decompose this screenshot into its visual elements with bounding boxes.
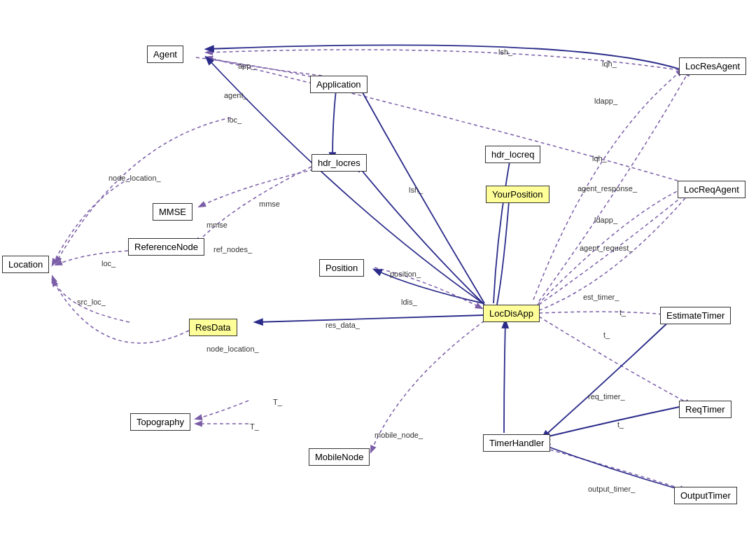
edge-label-ldapp1: ldapp_ [594, 97, 617, 105]
node-yourposition: YourPosition [486, 186, 550, 203]
diagram-container: Agent Application hdr_locres MMSE Refere… [0, 0, 756, 533]
edge-label-ref-nodes: ref_nodes_ [214, 245, 252, 254]
node-mmse: MMSE [153, 203, 192, 221]
node-locresagent: LocResAgent [679, 57, 746, 75]
edge-label-mmse1: mmse [259, 200, 280, 208]
edge-label-res-data: res_data_ [326, 321, 360, 329]
node-reqtimer: ReqTimer [679, 401, 732, 418]
node-locdisapp: LocDisApp [483, 305, 540, 322]
node-agent: Agent [147, 46, 183, 63]
edge-label-t3: t_ [617, 420, 624, 429]
node-mobilenode: MobileNode [309, 448, 370, 466]
node-hdr-locres: hdr_locres [312, 154, 367, 172]
node-referencenode: ReferenceNode [128, 238, 204, 256]
edge-label-ldis: ldis_ [401, 298, 417, 306]
edge-label-req-timer: req_timer_ [588, 392, 625, 401]
edge-label-position: position_ [390, 270, 421, 278]
edge-label-output-timer: output_timer_ [588, 485, 635, 493]
edge-label-ldapp2: ldapp_ [594, 216, 617, 224]
edge-label-T1: T_ [273, 398, 282, 406]
edge-label-app: app_ [238, 62, 255, 70]
edge-label-mobile-node: mobile_node_ [374, 431, 423, 439]
node-position: Position [319, 259, 364, 277]
node-location: Location [2, 256, 49, 273]
edge-label-src-loc: src_loc_ [77, 298, 106, 306]
node-topography: Topography [130, 413, 190, 431]
node-estimatetimer: EstimateTimer [660, 307, 731, 324]
node-locreqagent: LocReqAgent [678, 181, 746, 198]
edge-label-est-timer: est_timer_ [583, 293, 619, 301]
edge-label-node-location: node_location_ [108, 174, 161, 182]
edge-label-agent-request: agent_request_ [580, 244, 633, 252]
edge-label-lqh2: lqh_ [592, 154, 607, 162]
edge-label-mmse2: mmse [206, 221, 227, 229]
edge-label-T2: T_ [250, 422, 259, 431]
edge-label-agent-response: agent_response_ [578, 184, 637, 193]
node-hdr-locreq: hdr_locreq [485, 146, 540, 163]
edge-label-node-loc2: node_location_ [206, 345, 259, 353]
node-resdata: ResData [189, 319, 237, 336]
edge-label-lqh1: lqh_ [602, 60, 617, 68]
node-outputtimer: OutputTimer [674, 487, 737, 504]
edge-label-loc: loc_ [227, 116, 241, 124]
node-application: Application [310, 76, 368, 93]
edge-label-t1: t_ [620, 308, 626, 317]
edge-label-loc2: loc_ [102, 259, 115, 268]
edge-label-lsh2: lsh_ [498, 48, 512, 56]
edge-label-agent: agent_ [224, 91, 248, 99]
edge-label-lsh1: lsh_ [409, 186, 423, 194]
edge-label-t2: t_ [603, 331, 610, 339]
node-timerhandler: TimerHandler [483, 434, 550, 452]
